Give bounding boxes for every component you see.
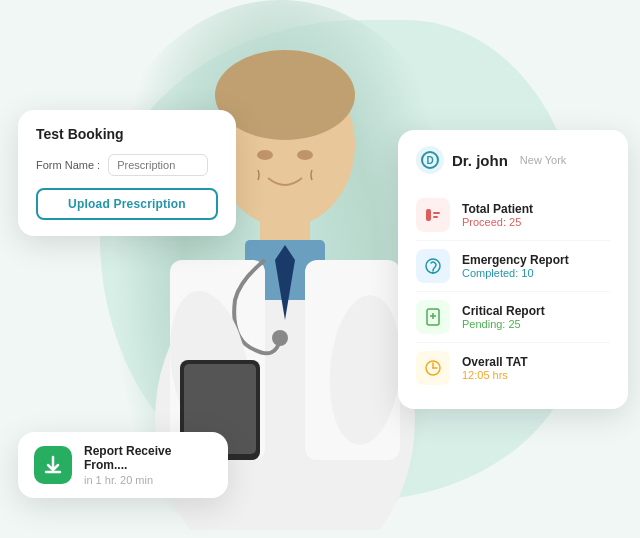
emergency-report-label: Emergency Report (462, 253, 569, 267)
critical-report-label: Critical Report (462, 304, 545, 318)
upload-prescription-button[interactable]: Upload Prescription (36, 188, 218, 220)
emergency-report-info: Emergency Report Completed: 10 (462, 253, 569, 279)
svg-rect-17 (426, 209, 431, 221)
svg-text:D: D (426, 155, 433, 166)
doctor-header: D Dr. john New York (416, 146, 610, 174)
report-time: in 1 hr. 20 min (84, 474, 212, 486)
test-booking-card: Test Booking Form Name : Upload Prescrip… (18, 110, 236, 236)
total-patient-label: Total Patient (462, 202, 533, 216)
test-booking-title: Test Booking (36, 126, 218, 142)
critical-report-sub: Pending: 25 (462, 318, 545, 330)
report-download-icon (34, 446, 72, 484)
svg-point-21 (432, 272, 434, 274)
report-notification-card: Report Receive From.... in 1 hr. 20 min (18, 432, 228, 498)
stat-total-patient: Total Patient Proceed: 25 (416, 190, 610, 241)
stat-overall-tat: Overall TAT 12:05 hrs (416, 343, 610, 393)
stat-critical-report: Critical Report Pending: 25 (416, 292, 610, 343)
svg-point-12 (215, 50, 355, 140)
svg-point-13 (257, 150, 273, 160)
doctor-logo-icon: D (416, 146, 444, 174)
doctor-info-card: D Dr. john New York Total Patient Procee… (398, 130, 628, 409)
svg-point-7 (272, 330, 288, 346)
stat-emergency-report: Emergency Report Completed: 10 (416, 241, 610, 292)
doctor-name: Dr. john (452, 152, 508, 169)
svg-point-14 (297, 150, 313, 160)
emergency-report-sub: Completed: 10 (462, 267, 569, 279)
doctor-location: New York (520, 154, 566, 166)
critical-report-info: Critical Report Pending: 25 (462, 304, 545, 330)
total-patient-sub: Proceed: 25 (462, 216, 533, 228)
report-text: Report Receive From.... in 1 hr. 20 min (84, 444, 212, 486)
total-patient-icon (416, 198, 450, 232)
prescription-input[interactable] (108, 154, 208, 176)
form-row: Form Name : (36, 154, 218, 176)
svg-rect-18 (433, 212, 440, 214)
report-title: Report Receive From.... (84, 444, 212, 472)
overall-tat-info: Overall TAT 12:05 hrs (462, 355, 528, 381)
overall-tat-icon (416, 351, 450, 385)
form-name-label: Form Name : (36, 159, 100, 171)
overall-tat-label: Overall TAT (462, 355, 528, 369)
svg-rect-19 (433, 216, 438, 218)
total-patient-info: Total Patient Proceed: 25 (462, 202, 533, 228)
emergency-report-icon (416, 249, 450, 283)
overall-tat-sub: 12:05 hrs (462, 369, 528, 381)
critical-report-icon (416, 300, 450, 334)
